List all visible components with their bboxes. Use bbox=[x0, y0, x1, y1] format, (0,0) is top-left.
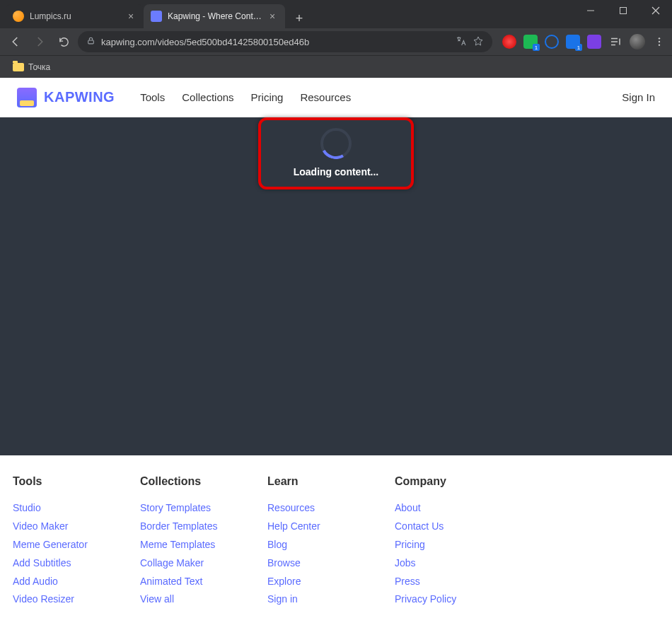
browser-chrome: Lumpics.ru × Kapwing - Where Content Cre… bbox=[0, 0, 672, 78]
kapwing-logo-text: KAPWING bbox=[44, 89, 115, 105]
maximize-button[interactable] bbox=[607, 0, 639, 21]
titlebar: Lumpics.ru × Kapwing - Where Content Cre… bbox=[0, 0, 672, 28]
spinner-icon bbox=[320, 128, 352, 159]
footer-link[interactable]: Press bbox=[395, 573, 508, 591]
footer-heading: Tools bbox=[13, 475, 126, 488]
footer-link[interactable]: About bbox=[395, 499, 508, 518]
svg-rect-4 bbox=[88, 40, 94, 44]
folder-icon bbox=[13, 63, 24, 71]
minimize-button[interactable] bbox=[574, 0, 607, 21]
footer-link[interactable]: Jobs bbox=[395, 554, 508, 573]
tab-kapwing[interactable]: Kapwing - Where Content Creati… × bbox=[144, 4, 285, 28]
footer-link[interactable]: Browse bbox=[267, 554, 381, 573]
footer-link[interactable]: Help Center bbox=[267, 518, 381, 536]
footer-link[interactable]: Blog bbox=[267, 536, 381, 554]
kapwing-nav: Tools Collections Pricing Resources bbox=[140, 91, 351, 103]
lock-icon bbox=[86, 36, 95, 47]
close-icon[interactable]: × bbox=[125, 11, 137, 22]
footer-heading: Company bbox=[395, 475, 508, 488]
toolbar: kapwing.com/videos/5ed500bd41425800150ed… bbox=[0, 28, 672, 55]
reload-button[interactable] bbox=[54, 32, 74, 52]
footer-heading: Learn bbox=[267, 475, 381, 488]
footer-link[interactable]: Add Subtitles bbox=[13, 554, 126, 573]
nav-resources[interactable]: Resources bbox=[300, 91, 351, 103]
footer-heading: Collections bbox=[140, 475, 253, 488]
favicon-lumpics-icon bbox=[13, 11, 24, 22]
svg-point-7 bbox=[659, 44, 660, 45]
content-stage: Loading content... bbox=[0, 117, 672, 455]
bookmark-label: Точка bbox=[28, 62, 50, 72]
footer-col-collections: Collections Story Templates Border Templ… bbox=[140, 475, 253, 609]
extension-icons: 1 1 bbox=[502, 34, 666, 49]
footer-col-tools: Tools Studio Video Maker Meme Generator … bbox=[13, 475, 126, 609]
svg-rect-1 bbox=[620, 8, 627, 14]
tab-strip: Lumpics.ru × Kapwing - Where Content Cre… bbox=[0, 0, 309, 28]
opera-ext-icon[interactable] bbox=[502, 35, 516, 49]
tab-title: Lumpics.ru bbox=[30, 11, 121, 21]
page-viewport[interactable]: KAPWING Tools Collections Pricing Resour… bbox=[0, 78, 672, 618]
footer-link[interactable]: Animated Text bbox=[140, 573, 253, 591]
loading-text: Loading content... bbox=[294, 166, 379, 177]
nav-pricing[interactable]: Pricing bbox=[251, 91, 284, 103]
footer-link[interactable]: Contact Us bbox=[395, 518, 508, 536]
star-icon[interactable] bbox=[473, 35, 484, 49]
window-controls bbox=[574, 0, 672, 21]
footer-link[interactable]: View all bbox=[140, 590, 253, 609]
back-button[interactable] bbox=[6, 32, 25, 52]
footer-link[interactable]: Privacy Policy bbox=[395, 590, 508, 609]
footer-link[interactable]: Pricing bbox=[395, 536, 508, 554]
footer-link[interactable]: Story Templates bbox=[140, 499, 253, 518]
globe-ext-icon[interactable] bbox=[545, 35, 559, 49]
footer-col-learn: Learn Resources Help Center Blog Browse … bbox=[267, 475, 381, 609]
music-ext-icon[interactable]: 1 bbox=[523, 35, 538, 49]
address-bar[interactable]: kapwing.com/videos/5ed500bd41425800150ed… bbox=[78, 31, 492, 52]
bookmark-folder[interactable]: Точка bbox=[8, 59, 54, 75]
footer-link[interactable]: Sign in bbox=[267, 590, 381, 609]
tab-title: Kapwing - Where Content Creati… bbox=[168, 11, 262, 21]
kapwing-header: KAPWING Tools Collections Pricing Resour… bbox=[0, 78, 672, 117]
footer-link[interactable]: Studio bbox=[13, 499, 126, 518]
footer-link[interactable]: Meme Templates bbox=[140, 536, 253, 554]
close-icon[interactable]: × bbox=[267, 11, 278, 22]
nav-tools[interactable]: Tools bbox=[140, 91, 165, 103]
purple-ext-icon[interactable] bbox=[587, 35, 601, 49]
forward-button[interactable] bbox=[30, 32, 50, 52]
tab-lumpics[interactable]: Lumpics.ru × bbox=[6, 4, 144, 28]
footer-link[interactable]: Explore bbox=[267, 573, 381, 591]
nav-collections[interactable]: Collections bbox=[182, 91, 233, 103]
new-tab-button[interactable]: + bbox=[289, 8, 309, 28]
translate-icon[interactable] bbox=[456, 35, 467, 49]
kapwing-logo-icon bbox=[17, 88, 37, 107]
signin-link[interactable]: Sign In bbox=[622, 91, 655, 103]
bookmarks-bar: Точка bbox=[0, 55, 672, 78]
footer-link[interactable]: Border Templates bbox=[140, 518, 253, 536]
profile-avatar[interactable] bbox=[630, 34, 645, 49]
svg-point-6 bbox=[659, 41, 660, 42]
blue-ext-icon[interactable]: 1 bbox=[566, 35, 580, 49]
loading-area: Loading content... bbox=[260, 117, 412, 188]
footer-col-company: Company About Contact Us Pricing Jobs Pr… bbox=[395, 475, 508, 609]
footer-link[interactable]: Collage Maker bbox=[140, 554, 253, 573]
kapwing-footer: Tools Studio Video Maker Meme Generator … bbox=[0, 455, 672, 618]
svg-point-5 bbox=[659, 37, 660, 39]
favicon-kapwing-icon bbox=[151, 11, 162, 22]
menu-icon[interactable] bbox=[652, 35, 666, 49]
footer-link[interactable]: Resources bbox=[267, 499, 381, 518]
reading-list-icon[interactable] bbox=[608, 35, 622, 49]
url-text: kapwing.com/videos/5ed500bd41425800150ed… bbox=[101, 37, 450, 47]
kapwing-logo[interactable]: KAPWING bbox=[17, 88, 115, 107]
footer-link[interactable]: Add Audio bbox=[13, 573, 126, 591]
footer-link[interactable]: Video Resizer bbox=[13, 590, 126, 609]
footer-link[interactable]: Video Maker bbox=[13, 518, 126, 536]
window-close-button[interactable] bbox=[639, 0, 672, 21]
footer-link[interactable]: Meme Generator bbox=[13, 536, 126, 554]
